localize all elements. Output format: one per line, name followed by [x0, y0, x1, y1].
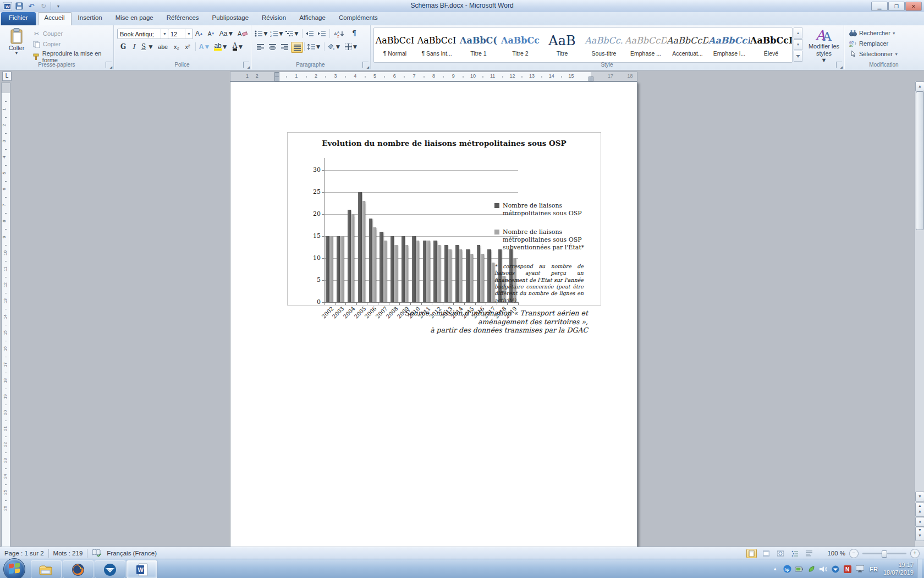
font-name-combo[interactable]: Book Antiqu;▼ [117, 29, 169, 39]
select-browse-object-icon[interactable]: ● [915, 517, 924, 527]
shading-button[interactable]: ▼ [326, 42, 342, 52]
bold-button[interactable]: G [118, 42, 128, 52]
grow-font-button[interactable]: A▲ [193, 29, 205, 39]
underline-button[interactable]: S [139, 42, 148, 52]
print-layout-view-icon[interactable] [746, 549, 757, 558]
display-icon[interactable] [855, 565, 864, 574]
horizontal-ruler[interactable]: 211234567891011121314151718 [230, 72, 637, 81]
spellcheck-icon[interactable] [92, 549, 101, 558]
zoom-slider-thumb[interactable] [882, 550, 887, 558]
leaf-icon[interactable] [807, 565, 816, 574]
nvidia-icon[interactable]: N [843, 565, 852, 574]
clear-formatting-button[interactable]: A [236, 29, 249, 39]
sort-button[interactable]: AAZ [332, 29, 347, 39]
tab-publipostage[interactable]: Publipostage [206, 12, 256, 25]
align-center-button[interactable] [267, 42, 278, 52]
font-dialog-launcher[interactable] [243, 62, 249, 68]
borders-button[interactable]: ▼ [344, 42, 359, 52]
close-button[interactable]: ✕ [905, 2, 922, 11]
find-button[interactable]: Rechercher▼ [848, 29, 896, 37]
vertical-ruler[interactable]: 1234567891011121314151617181920212223242… [1, 83, 10, 546]
style-sansint[interactable]: AaBbCcI¶ Sans int... [416, 28, 458, 62]
style-emphasei[interactable]: AaBbCcDEmphase i... [708, 28, 750, 62]
tab-insertion[interactable]: Insertion [72, 12, 109, 25]
italic-button[interactable]: I [129, 42, 138, 52]
web-layout-view-icon[interactable] [775, 549, 785, 558]
tab-mise-en-page[interactable]: Mise en page [109, 12, 160, 25]
style-emphase[interactable]: AaBbCcDEmphase ... [625, 28, 667, 62]
increase-indent-button[interactable] [316, 29, 327, 39]
styles-dialog-launcher[interactable] [836, 62, 842, 68]
style-titre[interactable]: AaBbC(Titre 1 [458, 28, 499, 62]
change-case-button[interactable]: Aa▼ [219, 29, 234, 39]
previous-page-icon[interactable]: ▲▲ [915, 503, 924, 517]
chart-object[interactable]: Evolution du nombre de liaisons métropol… [287, 132, 601, 306]
paste-dropdown-arrow[interactable]: ▼ [15, 51, 19, 55]
scroll-up-icon[interactable]: ▲ [915, 81, 924, 91]
justify-button[interactable] [291, 42, 303, 53]
style-titre[interactable]: AaBTitre [541, 28, 583, 62]
font-size-combo[interactable]: 12▼ [168, 29, 193, 39]
numbering-button[interactable]: 12▼ [270, 29, 284, 39]
vertical-scrollbar[interactable]: ▲ ▼ ▲▲ ● ▼▼ [915, 81, 924, 547]
document-page[interactable]: Evolution du nombre de liaisons métropol… [230, 81, 637, 547]
hp-icon[interactable]: hp [783, 565, 791, 574]
style-normal[interactable]: AaBbCcI¶ Normal [374, 28, 416, 62]
tab-révision[interactable]: Révision [255, 12, 293, 25]
decrease-indent-button[interactable] [304, 29, 315, 39]
scrollbar-thumb[interactable] [916, 91, 924, 230]
taskbar-firefox-button[interactable] [63, 560, 94, 578]
paste-button[interactable]: Coller ▼ [4, 28, 29, 55]
page-indicator[interactable]: Page : 1 sur 2 [4, 550, 44, 557]
next-page-icon[interactable]: ▼▼ [915, 527, 924, 541]
style-accentuat[interactable]: AaBbCcDAccentuat... [667, 28, 708, 62]
draft-view-icon[interactable] [804, 549, 814, 558]
battery-icon[interactable] [795, 565, 804, 574]
styles-more-icon[interactable]: ▬▼ [794, 51, 802, 62]
tab-affichage[interactable]: Affichage [293, 12, 332, 25]
tab-fichier[interactable]: Fichier [1, 12, 36, 25]
text-effects-button[interactable]: A▼ [197, 42, 212, 52]
copy-button[interactable]: Copier [32, 40, 61, 48]
line-spacing-button[interactable]: ▼ [306, 42, 322, 52]
language-indicator[interactable]: Français (France) [107, 550, 157, 557]
taskbar-thunderbird-button[interactable] [95, 560, 125, 578]
select-button[interactable]: Sélectionner▼ [848, 50, 898, 58]
style-titre[interactable]: AaBbCcTitre 2 [499, 28, 541, 62]
change-styles-button[interactable]: AA Modifier les styles ▼ [807, 28, 841, 63]
taskbar-word-button[interactable]: W [127, 560, 157, 578]
zoom-slider[interactable] [862, 553, 906, 554]
clipboard-dialog-launcher[interactable] [106, 62, 112, 68]
outline-view-icon[interactable] [789, 549, 800, 558]
superscript-button[interactable]: x² [182, 42, 193, 52]
multilevel-list-button[interactable]: ▼ [285, 29, 300, 39]
tab-références[interactable]: Références [160, 12, 206, 25]
style-levé[interactable]: AaBbCcDÉlevé [750, 28, 792, 62]
paragraph-dialog-launcher[interactable] [362, 62, 369, 68]
volume-icon[interactable] [819, 565, 828, 574]
shrink-font-button[interactable]: A▼ [205, 29, 217, 39]
show-desktop-button[interactable] [917, 559, 922, 578]
show-marks-button[interactable]: ¶ [349, 29, 359, 39]
align-right-button[interactable] [279, 42, 290, 52]
zoom-out-icon[interactable]: − [849, 549, 859, 558]
bullets-button[interactable]: ▼ [255, 29, 269, 39]
zoom-in-icon[interactable]: + [910, 549, 920, 558]
tab-accueil[interactable]: Accueil [38, 12, 72, 25]
highlight-button[interactable]: ab▼ [213, 42, 229, 52]
style-soustitre[interactable]: AaBbCc.Sous-titre [583, 28, 625, 62]
fullscreen-view-icon[interactable] [761, 549, 771, 558]
thunderbird-tray-icon[interactable] [831, 565, 840, 574]
zoom-level[interactable]: 100 % [827, 550, 845, 557]
tab-compléments[interactable]: Compléments [332, 12, 384, 25]
styles-scroll-down-icon[interactable]: ▼ [794, 39, 802, 50]
taskbar-clock[interactable]: 19:17 18/07/2019 [883, 561, 914, 577]
maximize-button[interactable]: ❐ [888, 2, 905, 11]
underline-dropdown[interactable]: ▼ [148, 42, 153, 52]
tab-stop-selector[interactable]: L [2, 72, 12, 81]
styles-scroll-up-icon[interactable]: ▲ [794, 28, 802, 39]
word-count[interactable]: Mots : 219 [53, 550, 83, 557]
strikethrough-button[interactable]: abc [156, 42, 170, 52]
minimize-button[interactable]: ▁ [871, 2, 888, 11]
taskbar-explorer-button[interactable] [31, 560, 62, 578]
